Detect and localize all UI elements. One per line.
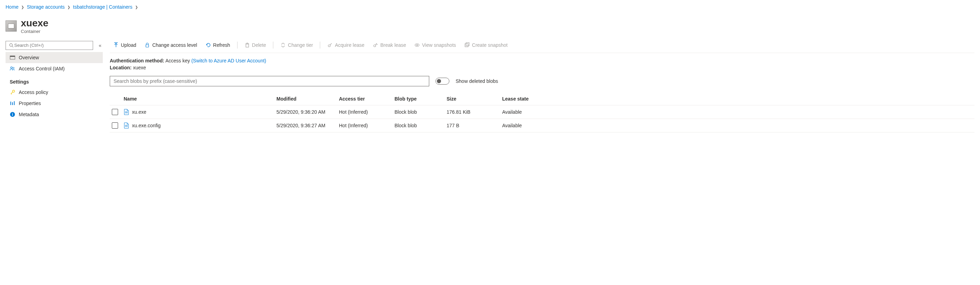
col-name[interactable]: Name <box>124 96 277 101</box>
cell-type: Block blob <box>395 123 447 128</box>
sidebar-search-input[interactable] <box>14 43 90 48</box>
location-label: Location: <box>110 65 132 70</box>
row-checkbox[interactable] <box>112 109 118 115</box>
iam-icon <box>10 66 15 71</box>
switch-auth-link[interactable]: (Switch to Azure AD User Account) <box>191 58 266 63</box>
page-title: xuexe <box>21 18 48 29</box>
sidebar-item-overview[interactable]: Overview <box>6 52 103 63</box>
location-value: xuexe <box>133 65 146 70</box>
breadcrumb-home[interactable]: Home <box>6 4 18 10</box>
blob-table: Name Modified Access tier Blob type Size… <box>110 93 974 133</box>
sidebar-item-metadata[interactable]: i Metadata <box>6 109 103 120</box>
main-content: Upload Change access level Refresh Delet… <box>103 41 974 133</box>
chevron-right-icon: ❯ <box>135 5 138 9</box>
file-name: xu.exe <box>132 109 146 115</box>
create-snapshot-icon <box>464 42 470 48</box>
break-lease-icon <box>372 42 378 48</box>
refresh-icon <box>205 42 211 48</box>
delete-button[interactable]: Delete <box>241 41 269 49</box>
location-row: Location: xuexe <box>110 65 974 70</box>
toolbar-label: Refresh <box>213 42 230 48</box>
toolbar-label: Create snapshot <box>472 42 508 48</box>
upload-button[interactable]: Upload <box>110 41 140 49</box>
toolbar-label: Change tier <box>288 42 313 48</box>
col-modified[interactable]: Modified <box>277 96 339 101</box>
break-lease-button[interactable]: Break lease <box>369 41 409 49</box>
search-icon <box>9 43 14 48</box>
key-icon <box>10 89 15 95</box>
chevron-right-icon: ❯ <box>67 5 70 9</box>
cell-type: Block blob <box>395 109 447 115</box>
blob-search-input[interactable] <box>113 78 425 84</box>
toolbar-label: Break lease <box>380 42 406 48</box>
svg-text:i: i <box>12 112 13 117</box>
toolbar-label: View snapshots <box>422 42 456 48</box>
delete-icon <box>245 42 250 48</box>
file-name: xu.exe.config <box>132 123 161 128</box>
svg-rect-27 <box>465 44 468 47</box>
toolbar-separator <box>273 41 273 49</box>
svg-line-1 <box>12 46 14 48</box>
change-tier-button[interactable]: Change tier <box>277 41 317 49</box>
row-checkbox[interactable] <box>112 122 118 129</box>
breadcrumb-storage-accounts[interactable]: Storage accounts <box>27 4 65 10</box>
refresh-button[interactable]: Refresh <box>202 41 234 49</box>
sidebar-item-access-control[interactable]: Access Control (IAM) <box>6 63 103 74</box>
file-icon <box>124 109 129 115</box>
toolbar-label: Acquire lease <box>335 42 364 48</box>
tier-icon <box>280 42 286 48</box>
toolbar-label: Delete <box>252 42 266 48</box>
view-snapshots-button[interactable]: View snapshots <box>411 41 460 49</box>
auth-method-value: Access key <box>165 58 190 63</box>
blob-search[interactable] <box>110 76 429 86</box>
overview-icon <box>10 55 15 60</box>
page-subtitle: Container <box>21 29 48 34</box>
svg-rect-3 <box>10 56 15 57</box>
svg-rect-16 <box>146 45 149 47</box>
cell-tier: Hot (Inferred) <box>339 109 395 115</box>
table-header: Name Modified Access tier Blob type Size… <box>110 93 974 105</box>
lock-icon <box>145 42 150 48</box>
col-lease-state[interactable]: Lease state <box>502 96 544 101</box>
file-icon <box>124 122 129 129</box>
breadcrumb-container-parent[interactable]: tsbatchstorage | Containers <box>73 4 132 10</box>
sidebar: « Overview Access Control (IAM) Settings… <box>6 41 103 133</box>
toolbar-label: Upload <box>121 42 136 48</box>
col-access-tier[interactable]: Access tier <box>339 96 395 101</box>
svg-rect-28 <box>466 43 469 46</box>
col-size[interactable]: Size <box>447 96 502 101</box>
table-row[interactable]: xu.exe 5/29/2020, 9:36:20 AM Hot (Inferr… <box>110 105 974 119</box>
page-header: xuexe Container <box>6 18 974 34</box>
container-icon <box>6 21 17 32</box>
svg-line-21 <box>330 43 332 45</box>
table-row[interactable]: xu.exe.config 5/29/2020, 9:36:27 AM Hot … <box>110 119 974 133</box>
upload-icon <box>113 42 119 48</box>
sidebar-item-label: Metadata <box>19 112 39 117</box>
create-snapshot-button[interactable]: Create snapshot <box>461 41 511 49</box>
sidebar-section-settings: Settings <box>6 74 103 87</box>
breadcrumb: Home ❯ Storage accounts ❯ tsbatchstorage… <box>6 4 974 10</box>
cell-lease: Available <box>502 123 544 128</box>
auth-method-label: Authentication method: <box>110 58 164 63</box>
properties-icon <box>10 101 15 106</box>
col-blob-type[interactable]: Blob type <box>395 96 447 101</box>
sidebar-item-label: Properties <box>19 101 41 106</box>
cell-modified: 5/29/2020, 9:36:27 AM <box>277 123 339 128</box>
sidebar-item-label: Overview <box>19 55 39 60</box>
acquire-lease-icon <box>327 42 332 48</box>
cell-tier: Hot (Inferred) <box>339 123 395 128</box>
view-snapshots-icon <box>414 42 420 48</box>
svg-point-0 <box>10 44 13 46</box>
change-access-level-button[interactable]: Change access level <box>141 41 200 49</box>
sidebar-item-access-policy[interactable]: Access policy <box>6 87 103 98</box>
collapse-sidebar-button[interactable]: « <box>97 41 103 49</box>
sidebar-search[interactable] <box>6 41 93 50</box>
cell-modified: 5/29/2020, 9:36:20 AM <box>277 109 339 115</box>
cell-size: 176.81 KiB <box>447 109 502 115</box>
show-deleted-label: Show deleted blobs <box>456 78 498 84</box>
sidebar-item-properties[interactable]: Properties <box>6 98 103 109</box>
show-deleted-toggle[interactable] <box>436 78 449 85</box>
svg-line-23 <box>375 44 377 45</box>
acquire-lease-button[interactable]: Acquire lease <box>324 41 368 49</box>
sidebar-item-label: Access policy <box>19 89 48 95</box>
